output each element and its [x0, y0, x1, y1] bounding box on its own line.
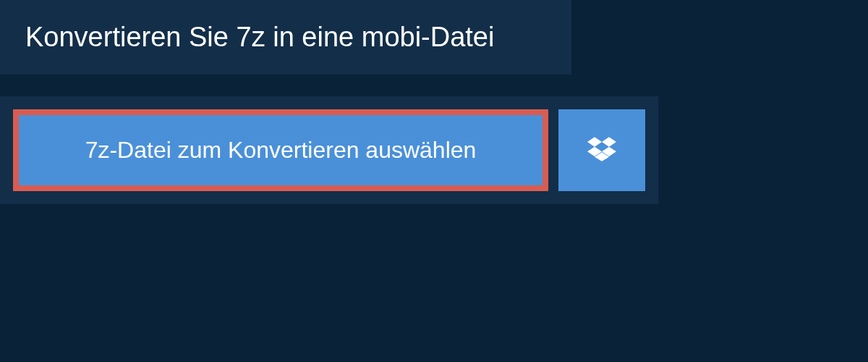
dropbox-icon [587, 135, 616, 167]
file-select-button[interactable]: 7z-Datei zum Konvertieren auswählen [13, 109, 548, 191]
dropbox-button[interactable] [558, 109, 645, 191]
upload-panel: 7z-Datei zum Konvertieren auswählen [0, 96, 658, 204]
file-select-label: 7z-Datei zum Konvertieren auswählen [85, 137, 477, 164]
page-title: Konvertieren Sie 7z in eine mobi-Datei [25, 22, 546, 53]
header-panel: Konvertieren Sie 7z in eine mobi-Datei [0, 0, 571, 75]
